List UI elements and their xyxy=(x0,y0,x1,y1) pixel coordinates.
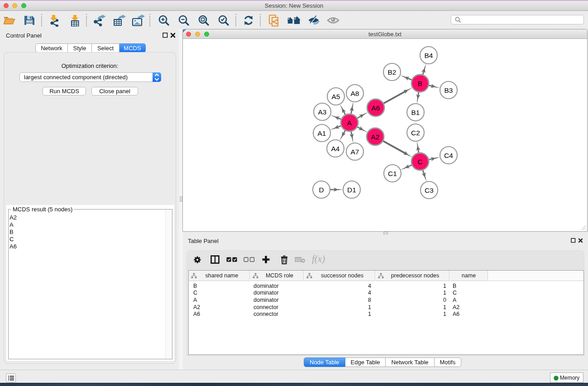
svg-text:A1: A1 xyxy=(318,129,326,137)
svg-text:B4: B4 xyxy=(425,52,433,59)
svg-text:C3: C3 xyxy=(425,186,434,194)
svg-text:A2: A2 xyxy=(371,133,380,141)
svg-text:A3: A3 xyxy=(318,108,327,116)
svg-text:C2: C2 xyxy=(411,129,420,137)
svg-text:A8: A8 xyxy=(351,90,359,97)
svg-text:A: A xyxy=(347,119,352,127)
svg-text:C: C xyxy=(417,158,422,166)
svg-text:C1: C1 xyxy=(388,170,397,177)
svg-text:B1: B1 xyxy=(411,109,420,116)
svg-text:A4: A4 xyxy=(331,145,340,152)
svg-text:B: B xyxy=(418,80,422,87)
svg-text:D1: D1 xyxy=(347,186,356,194)
svg-text:B3: B3 xyxy=(445,86,453,94)
svg-text:B2: B2 xyxy=(388,68,397,76)
svg-text:C4: C4 xyxy=(444,152,453,159)
svg-text:D: D xyxy=(319,186,324,194)
svg-text:A5: A5 xyxy=(332,93,340,100)
svg-text:A6: A6 xyxy=(372,104,380,112)
svg-text:A7: A7 xyxy=(351,148,359,156)
